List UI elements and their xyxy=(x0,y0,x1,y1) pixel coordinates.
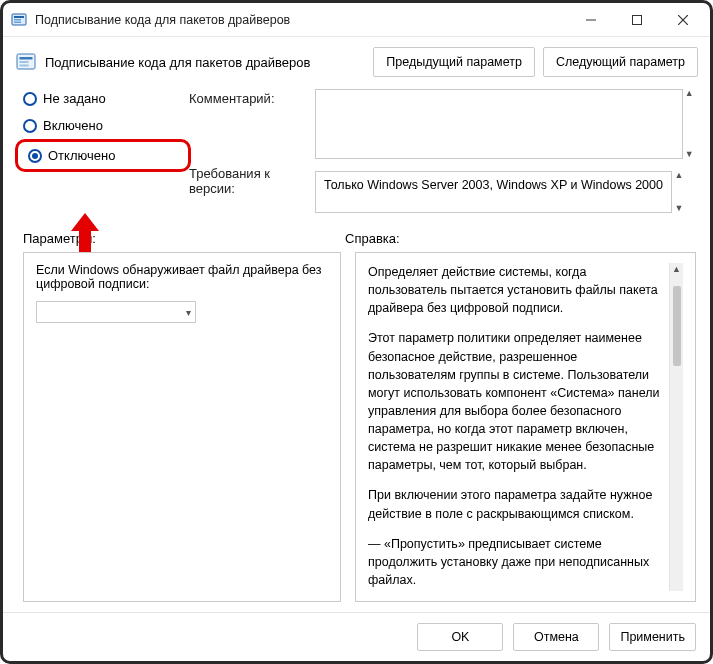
scroll-down-icon: ▼ xyxy=(674,204,683,213)
svg-rect-9 xyxy=(20,57,33,60)
section-labels: Параметры: Справка: xyxy=(3,213,710,252)
radio-icon xyxy=(23,119,37,133)
supported-label: Требования к версии: xyxy=(189,166,309,196)
supported-on-box: Только Windows Server 2003, Windows XP и… xyxy=(315,171,672,213)
radio-disabled[interactable]: Отключено xyxy=(28,148,115,163)
help-paragraph: При включении этого параметра задайте ну… xyxy=(368,486,665,522)
svg-rect-2 xyxy=(14,19,21,21)
scrollbar-thumb[interactable] xyxy=(673,286,681,366)
comment-label: Комментарий: xyxy=(189,91,309,106)
help-text: Определяет действие системы, когда польз… xyxy=(368,263,669,591)
help-panel: Определяет действие системы, когда польз… xyxy=(355,252,696,602)
radio-label: Не задано xyxy=(43,91,106,106)
help-paragraph: Определяет действие системы, когда польз… xyxy=(368,263,665,317)
help-paragraph: — «Пропустить» предписывает системе прод… xyxy=(368,535,665,589)
help-label: Справка: xyxy=(345,231,400,246)
maximize-button[interactable] xyxy=(614,5,660,35)
app-icon xyxy=(11,12,27,28)
options-dropdown[interactable]: ▾ xyxy=(36,301,196,323)
options-label: Параметры: xyxy=(23,231,345,246)
supported-on-text: Только Windows Server 2003, Windows XP и… xyxy=(324,178,663,192)
highlight-annotation: Отключено xyxy=(15,139,191,172)
svg-rect-11 xyxy=(20,65,29,67)
policy-icon xyxy=(15,51,37,73)
radio-enabled[interactable]: Включено xyxy=(23,118,183,133)
next-setting-button[interactable]: Следующий параметр xyxy=(543,47,698,77)
scroll-up-icon: ▲ xyxy=(685,89,694,98)
dialog-footer: OK Отмена Применить xyxy=(3,612,710,661)
radio-not-configured[interactable]: Не задано xyxy=(23,91,183,106)
policy-name: Подписывание кода для пакетов драйверов xyxy=(45,55,310,70)
scrollbar[interactable]: ▲ ▼ xyxy=(683,89,696,159)
help-paragraph: Этот параметр политики определяет наимен… xyxy=(368,329,665,474)
scrollbar[interactable]: ▲ ▼ xyxy=(672,171,686,213)
titlebar: Подписывание кода для пакетов драйверов xyxy=(3,3,710,37)
close-button[interactable] xyxy=(660,5,706,35)
svg-rect-5 xyxy=(633,15,642,24)
radio-label: Отключено xyxy=(48,148,115,163)
scroll-down-icon: ▼ xyxy=(685,150,694,159)
radio-label: Включено xyxy=(43,118,103,133)
scrollbar[interactable]: ▲ xyxy=(669,263,683,591)
radio-icon xyxy=(28,149,42,163)
chevron-down-icon: ▾ xyxy=(186,307,191,318)
ok-button[interactable]: OK xyxy=(417,623,503,651)
comment-textarea[interactable] xyxy=(315,89,683,159)
cancel-button[interactable]: Отмена xyxy=(513,623,599,651)
apply-button[interactable]: Применить xyxy=(609,623,696,651)
radio-icon xyxy=(23,92,37,106)
config-area: Не задано Включено Отключено Комментарий… xyxy=(3,89,710,213)
scroll-up-icon: ▲ xyxy=(672,265,681,274)
scroll-up-icon: ▲ xyxy=(674,171,683,180)
header: Подписывание кода для пакетов драйверов … xyxy=(3,37,710,89)
options-panel: Если Windows обнаруживает файл драйвера … xyxy=(23,252,341,602)
svg-rect-3 xyxy=(14,21,21,23)
svg-rect-1 xyxy=(14,16,24,18)
options-prompt: Если Windows обнаруживает файл драйвера … xyxy=(36,263,328,291)
window-title: Подписывание кода для пакетов драйверов xyxy=(35,13,568,27)
policy-editor-window: Подписывание кода для пакетов драйверов … xyxy=(0,0,713,664)
minimize-button[interactable] xyxy=(568,5,614,35)
previous-setting-button[interactable]: Предыдущий параметр xyxy=(373,47,535,77)
lower-area: Если Windows обнаруживает файл драйвера … xyxy=(3,252,710,612)
svg-rect-10 xyxy=(20,61,29,63)
